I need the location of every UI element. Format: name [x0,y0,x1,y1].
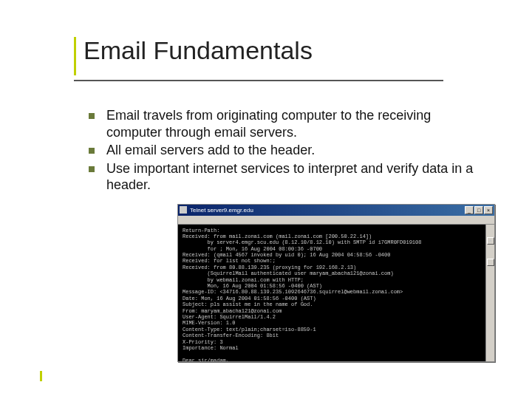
window-titlebar: Telnet server9.emgr.edu _ □ × [178,205,494,216]
list-item: Email travels from originating computer … [89,107,480,140]
bullet-icon [89,113,95,119]
bullet-icon [89,148,95,154]
body: Email travels from originating computer … [89,107,480,362]
scroll-up-icon[interactable]: ▲ [487,237,494,245]
telnet-window: Telnet server9.emgr.edu _ □ × Return-Pat… [177,204,495,362]
slide-title: Email Fundamentals [83,37,313,64]
bullet-text: Email travels from originating computer … [106,107,480,140]
minimize-button[interactable]: _ [465,206,474,214]
slide: Email Fundamentals Email travels from or… [0,0,532,399]
maximize-button[interactable]: □ [474,206,483,214]
window-title: Telnet server9.emgr.edu [190,207,465,214]
title-block: Email Fundamentals [74,37,443,81]
bullet-list: Email travels from originating computer … [89,107,480,194]
corner-accent [40,371,42,381]
list-item: All email servers add to the header. [89,142,480,159]
app-icon [180,206,187,214]
window-controls: _ □ × [465,206,493,214]
accent-bar [74,37,76,75]
bullet-icon [89,166,95,172]
terminal-output: Return-Path: Received: from mail.zonai.c… [178,225,494,361]
bullet-text: Use important internet services to inter… [106,160,480,194]
window-menubar [178,216,494,225]
scroll-thumb[interactable] [487,259,494,266]
list-item: Use important internet services to inter… [89,160,480,194]
close-button[interactable]: × [484,206,493,214]
bullet-text: All email servers add to the header. [106,142,315,159]
vertical-scrollbar[interactable]: ▲ [485,225,494,361]
